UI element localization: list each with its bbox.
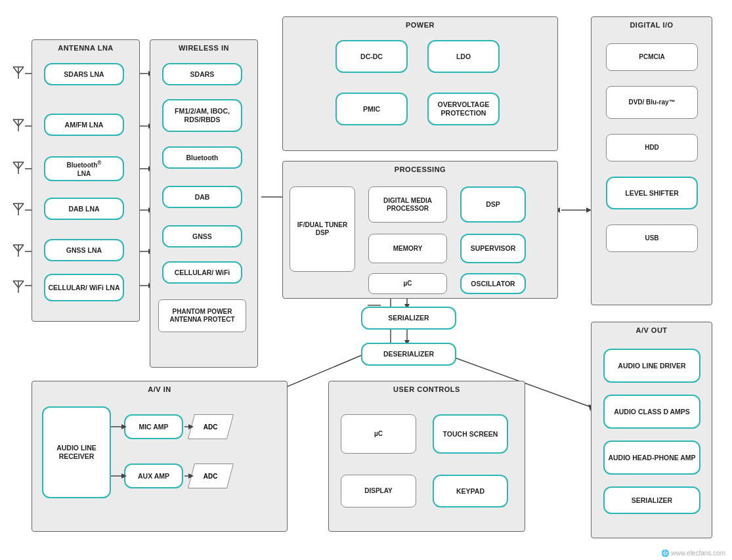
svg-line-58: [13, 245, 18, 251]
processing-title: PROCESSING: [395, 165, 446, 173]
svg-line-55: [18, 204, 24, 210]
watermark: 🌐 www.elecfans.com: [661, 549, 725, 557]
dvd-bluray-box: DVD/ Blu-ray™: [606, 86, 698, 119]
bluetooth-box: Bluetooth: [162, 146, 242, 169]
dc-dc-box: DC-DC: [335, 40, 408, 73]
hdd-box: HDD: [606, 134, 698, 162]
processing-section: PROCESSING IF/DUAL TUNER DSP DIGITAL MED…: [282, 161, 558, 299]
touch-screen-box: TOUCH SCREEN: [433, 414, 508, 454]
pmic-box: PMIC: [335, 93, 408, 125]
bluetooth-lna-box: Bluetooth®LNA: [44, 156, 124, 181]
svg-line-46: [13, 119, 18, 126]
av-out-section: A/V OUT AUDIO LINE DRIVER AUDIO CLASS D …: [591, 322, 712, 538]
overvoltage-box: OVERVOLTAGE PROTECTION: [427, 93, 500, 125]
antenna-1: [12, 60, 25, 79]
svg-line-63: [18, 281, 24, 288]
av-in-section: A/V IN AUDIO LINE RECEIVER MIC AMP AUX A…: [32, 381, 288, 532]
svg-line-51: [18, 162, 24, 169]
audio-line-driver-box: AUDIO LINE DRIVER: [603, 349, 700, 383]
diagram-container: ANTENNA LNA SDARS LNA AM/FM LNA Bluetoot…: [0, 0, 732, 560]
display-box: DISPLAY: [341, 475, 416, 507]
deserializer-standalone-box: DESERIALIZER: [361, 343, 456, 366]
antenna-lna-section: ANTENNA LNA SDARS LNA AM/FM LNA Bluetoot…: [32, 39, 140, 322]
usb-box: USB: [606, 225, 698, 252]
av-out-title: A/V OUT: [635, 326, 667, 334]
serializer-standalone-box: SERIALIZER: [361, 307, 456, 330]
svg-line-62: [13, 281, 18, 288]
digital-io-section: DIGITAL I/O PCMCIA DVD/ Blu-ray™ HDD LEV…: [591, 16, 712, 305]
amfm-lna-box: AM/FM LNA: [44, 114, 124, 136]
power-title: POWER: [406, 21, 435, 29]
antenna-3: [12, 156, 25, 174]
uc-controls-box: µC: [341, 414, 416, 454]
svg-line-42: [13, 67, 18, 74]
antenna-2: [12, 113, 25, 131]
dab-lna-box: DAB LNA: [44, 198, 124, 220]
antenna-5: [12, 238, 25, 257]
svg-line-47: [18, 119, 24, 126]
pcmcia-box: PCMCIA: [606, 43, 698, 71]
phantom-power-box: PHANTOM POWER ANTENNA PROTECT: [158, 299, 246, 332]
audio-class-d-box: AUDIO CLASS D AMPS: [603, 395, 700, 429]
gnss-box: GNSS: [162, 225, 242, 248]
audio-headphone-box: AUDIO HEAD-PHONE AMP: [603, 441, 700, 475]
user-controls-section: USER CONTROLS µC TOUCH SCREEN DISPLAY KE…: [328, 381, 525, 532]
supervisor-box: SUPERVISOR: [460, 234, 526, 263]
power-section: POWER DC-DC LDO PMIC OVERVOLTAGE PROTECT…: [282, 16, 558, 151]
oscillator-box: OSCILLATOR: [460, 273, 526, 294]
serializer-out-box: SERIALIZER: [603, 486, 700, 514]
svg-marker-65: [121, 424, 127, 429]
level-shifter-box: LEVEL SHIFTER: [606, 177, 698, 209]
gnss-lna-box: GNSS LNA: [44, 239, 124, 261]
digital-io-title: DIGITAL I/O: [630, 21, 673, 29]
antenna-6: [12, 274, 25, 293]
cellular-wifi-lna-box: CELLULAR/ WiFi LNA: [44, 274, 124, 301]
fm-box: FM1/2/AM, IBOC, RDS/RBDS: [162, 99, 242, 132]
antenna-lna-title: ANTENNA LNA: [58, 44, 114, 52]
sdars-box: SDARS: [162, 63, 242, 85]
svg-marker-67: [121, 473, 127, 479]
memory-box: MEMORY: [368, 234, 447, 263]
dab-box: DAB: [162, 186, 242, 208]
svg-line-54: [13, 204, 18, 210]
digital-media-processor-box: DIGITAL MEDIA PROCESSOR: [368, 186, 447, 223]
if-dual-tuner-box: IF/DUAL TUNER DSP: [290, 186, 355, 272]
svg-marker-69: [188, 424, 194, 429]
ldo-box: LDO: [427, 40, 500, 73]
sdars-lna-box: SDARS LNA: [44, 63, 124, 85]
cellular-wifi-box: CELLULAR/ WiFi: [162, 261, 242, 284]
svg-line-59: [18, 245, 24, 251]
wireless-in-title: WIRELESS IN: [179, 44, 229, 52]
dsp-box: DSP: [460, 186, 526, 223]
user-controls-title: USER CONTROLS: [393, 385, 460, 393]
svg-marker-71: [188, 473, 194, 479]
antenna-4: [12, 197, 25, 215]
uc-processing-box: µC: [368, 273, 447, 294]
svg-line-43: [18, 67, 24, 74]
svg-line-50: [13, 162, 18, 169]
wireless-in-section: WIRELESS IN SDARS FM1/2/AM, IBOC, RDS/RB…: [150, 39, 258, 368]
keypad-box: KEYPAD: [433, 475, 508, 507]
